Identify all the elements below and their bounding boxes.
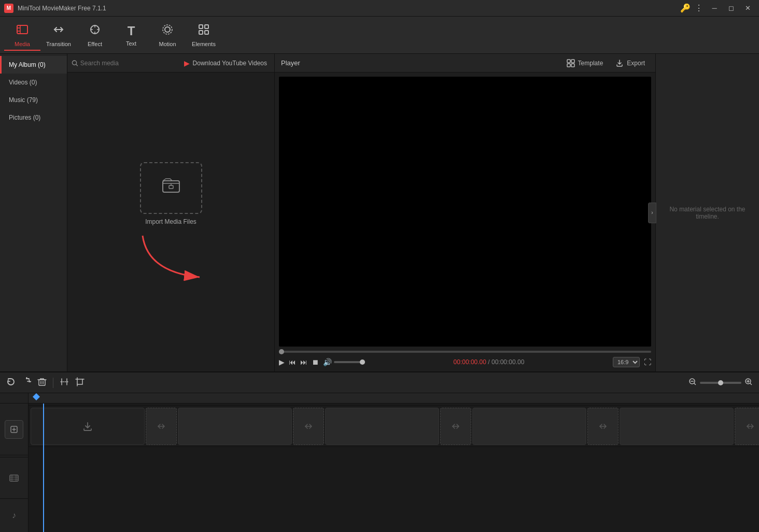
video-preview [279, 77, 651, 347]
video-track [29, 406, 759, 447]
zoom-out-button[interactable] [688, 378, 697, 388]
volume-area: 🔊 [323, 358, 365, 366]
toolbar-transition[interactable]: Transition [40, 20, 77, 51]
audio-track-icon: ♪ [12, 511, 16, 520]
sidebar-item-videos[interactable]: Videos (0) [0, 74, 67, 91]
track-cell-3[interactable] [325, 408, 439, 445]
svg-rect-16 [39, 380, 45, 385]
sidebar-item-music[interactable]: Music (79) [0, 91, 67, 109]
arrow-indicator [137, 231, 231, 282]
download-track-icon [82, 421, 93, 432]
svg-point-3 [163, 25, 172, 34]
left-panel: My Album (0) Videos (0) Music (79) Pictu… [0, 54, 275, 371]
play-button[interactable]: ▶ [279, 358, 285, 366]
transition-icon-5 [746, 422, 754, 430]
restore-button[interactable]: ◻ [724, 3, 738, 13]
timeline-ruler [29, 393, 759, 404]
import-media-button[interactable] [140, 162, 202, 214]
stop-button[interactable]: ⏹ [312, 358, 319, 366]
timeline-label-video [0, 457, 28, 499]
player-actions: Template Export [563, 57, 649, 69]
timeline-labels: ♪ [0, 393, 29, 532]
track-transition-1[interactable] [146, 408, 177, 445]
undo-button[interactable] [6, 377, 16, 389]
timeline-label-audio: ♪ [0, 499, 28, 532]
prev-frame-button[interactable]: ⏮ [289, 358, 296, 366]
svg-rect-10 [169, 185, 173, 189]
toolbar-text[interactable]: T Text [113, 20, 149, 51]
youtube-icon: ▶ [184, 59, 190, 67]
zoom-slider[interactable] [700, 382, 741, 384]
track-transition-2[interactable] [293, 408, 324, 445]
toolbar-effect-label: Effect [88, 41, 102, 47]
track-transition-5[interactable] [735, 408, 759, 445]
close-button[interactable]: ✕ [740, 3, 755, 13]
timeline: ♪ [0, 371, 759, 532]
svg-rect-21 [10, 475, 18, 481]
volume-button[interactable]: 🔊 [323, 358, 332, 366]
toolbar-media-label: Media [15, 41, 30, 47]
svg-rect-17 [77, 379, 82, 384]
fullscreen-button[interactable]: ⛶ [644, 358, 651, 366]
aspect-ratio-select[interactable]: 16:9 4:3 1:1 9:16 [613, 357, 640, 367]
download-youtube-button[interactable]: ▶ Download YouTube Videos [181, 58, 270, 68]
collapse-panel-button[interactable]: › [648, 203, 656, 223]
add-icon [10, 425, 18, 434]
player-controls: ▶ ⏮ ⏭ ⏹ 🔊 00:00:00.00 / 00:00:00.00 16:9 [275, 349, 655, 371]
export-label: Export [627, 60, 645, 67]
svg-rect-12 [567, 60, 570, 63]
timeline-label-add [0, 404, 28, 455]
track-cell-2[interactable] [178, 408, 292, 445]
transition-icon-3 [452, 422, 460, 430]
app-title: MiniTool MovieMaker Free 7.1.1 [18, 5, 680, 12]
progress-bar[interactable] [279, 351, 651, 353]
menu-icon[interactable]: ⋮ [695, 3, 703, 13]
redo-button[interactable] [22, 377, 31, 389]
timeline-body: ♪ [0, 393, 759, 532]
zoom-indicator [718, 380, 723, 385]
add-media-button[interactable] [5, 420, 23, 439]
minimize-button[interactable]: ─ [707, 3, 722, 13]
track-transition-3[interactable] [440, 408, 471, 445]
progress-indicator [279, 349, 284, 354]
toolbar-media[interactable]: Media [4, 20, 40, 51]
svg-rect-14 [567, 64, 570, 67]
track-transition-4[interactable] [587, 408, 619, 445]
sidebar-my-album-label: My Album (0) [9, 61, 46, 68]
main-content: My Album (0) Videos (0) Music (79) Pictu… [0, 54, 759, 371]
track-cell-4[interactable] [472, 408, 586, 445]
track-cell-first[interactable] [31, 408, 145, 445]
timeline-separator-1 [53, 378, 53, 388]
controls-row: ▶ ⏮ ⏭ ⏹ 🔊 00:00:00.00 / 00:00:00.00 16:9 [279, 357, 651, 367]
sidebar-item-pictures[interactable]: Pictures (0) [0, 109, 67, 126]
volume-indicator [360, 360, 365, 365]
export-button[interactable]: Export [611, 57, 649, 69]
time-display: 00:00:00.00 / 00:00:00.00 [369, 358, 609, 366]
search-input[interactable] [80, 60, 177, 67]
timeline-tracks [29, 393, 759, 532]
svg-point-2 [165, 27, 170, 32]
next-frame-button[interactable]: ⏭ [300, 358, 307, 366]
media-browser: ▶ Download YouTube Videos [67, 54, 274, 371]
toolbar-motion[interactable]: Motion [149, 20, 186, 51]
volume-slider[interactable] [334, 361, 365, 363]
search-box[interactable] [72, 60, 177, 67]
toolbar-elements[interactable]: Elements [186, 20, 222, 51]
zoom-in-button[interactable] [744, 378, 753, 388]
crop-button[interactable] [75, 377, 85, 389]
toolbar-effect[interactable]: Effect [77, 20, 113, 51]
timeline-toolbar [0, 372, 759, 393]
svg-rect-7 [205, 31, 208, 34]
delete-button[interactable] [37, 377, 47, 389]
key-icon: 🔑 [680, 3, 691, 13]
template-label: Template [578, 60, 603, 67]
template-icon [567, 59, 575, 67]
player-panel: Player Template Export [275, 54, 655, 371]
effect-icon [89, 23, 101, 39]
split-button[interactable] [60, 377, 69, 389]
transition-icon [52, 23, 65, 39]
time-current: 00:00:00.00 [454, 358, 486, 366]
sidebar-item-my-album[interactable]: My Album (0) [0, 56, 67, 74]
template-button[interactable]: Template [563, 57, 608, 69]
track-cell-5[interactable] [620, 408, 734, 445]
